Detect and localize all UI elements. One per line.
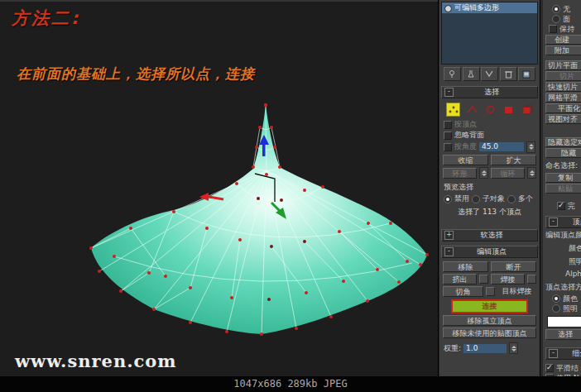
edit-vertex-colors-label: 编辑顶点颜 <box>545 228 581 241</box>
chamfer-settings-button[interactable] <box>486 287 495 296</box>
weld-settings-button[interactable] <box>527 275 536 284</box>
watermark: www.snren.com <box>15 351 177 371</box>
rollout-title: 编辑顶点 <box>456 246 537 257</box>
vertex-color-swatch[interactable] <box>547 316 581 327</box>
preview-selection-label: 预览选择 <box>439 180 540 194</box>
loop-button[interactable]: 循环 <box>491 168 525 179</box>
grow-button[interactable]: 扩大 <box>491 155 536 165</box>
preview-multi-radio[interactable] <box>507 195 516 203</box>
angle-value-field[interactable]: 45.0 <box>479 142 524 151</box>
named-selections-label: 命名选择: <box>545 159 581 172</box>
configure-modifier-sets-icon[interactable] <box>518 67 535 81</box>
collapse-icon[interactable]: - <box>444 88 454 97</box>
ignore-backfacing-label: 忽略背面 <box>454 130 484 141</box>
weight-spinner[interactable] <box>509 342 518 354</box>
by-angle-row: 按角度 45.0 <box>439 141 540 153</box>
image-info-caption: 1047x686 289kb JPEG <box>0 376 581 392</box>
hide-selected-button[interactable]: 隐藏选定对 <box>545 137 581 147</box>
gizmo-z-arrow[interactable] <box>262 144 266 156</box>
constraint-face-radio[interactable] <box>552 15 560 23</box>
by-angle-checkbox[interactable] <box>444 143 452 151</box>
copy-button[interactable]: 复制 <box>545 173 581 183</box>
by-vertex-label: 按顶点 <box>454 119 477 130</box>
make-planar-button[interactable]: 平面化 <box>545 103 581 113</box>
screenshot-root: 方法二: 在前面的基础上，选择所以点，连接 <box>0 0 581 392</box>
preserve-row: 保持 <box>545 24 581 34</box>
rollout-edit-vertices-header[interactable]: - 编辑顶点 <box>441 246 538 258</box>
preview-subobj-radio[interactable] <box>472 195 480 203</box>
illumination-label: 照明 <box>545 255 581 268</box>
subobject-level-row <box>439 98 540 119</box>
preserve-checkbox[interactable] <box>549 25 557 33</box>
full-interactive-checkbox[interactable] <box>557 202 565 210</box>
paste-button[interactable]: 粘贴 <box>545 184 581 194</box>
rollout-vertex-properties-header[interactable]: - 顶点属性 <box>545 216 581 228</box>
collapse-icon[interactable]: - <box>549 349 558 358</box>
chamfer-button[interactable]: 切角 <box>443 286 483 297</box>
preserve-label: 保持 <box>559 24 574 35</box>
view-align-button[interactable]: 视图对齐 <box>545 114 581 124</box>
quick-slice-button[interactable]: 快速切片 <box>545 82 581 92</box>
select-by-illumination-row: 照明 <box>545 304 581 313</box>
ring-spinner[interactable] <box>479 167 488 179</box>
constraint-face-row: 面 <box>545 14 581 24</box>
border-subobject-icon[interactable] <box>483 103 497 117</box>
polygon-subobject-icon[interactable] <box>502 103 516 117</box>
smooth-result-checkbox[interactable] <box>545 364 554 372</box>
modifier-bulb-icon <box>444 5 452 12</box>
show-end-result-icon[interactable] <box>463 67 480 81</box>
constraint-none-row: 无 <box>545 4 581 14</box>
constraint-none-radio[interactable] <box>552 5 560 13</box>
make-unique-icon[interactable] <box>481 67 498 81</box>
rollout-title: 软选择 <box>456 230 537 241</box>
ring-button[interactable]: 环形 <box>443 168 477 179</box>
collapse-icon[interactable]: - <box>444 247 454 256</box>
remove-isolated-vertices-button[interactable]: 移除孤立顶点 <box>443 315 536 326</box>
create-button[interactable]: 创建 <box>545 35 581 45</box>
modifier-stack-list[interactable]: 可编辑多边形 <box>441 2 538 65</box>
remove-modifier-icon[interactable] <box>500 67 517 81</box>
ignore-backfacing-checkbox[interactable] <box>444 131 452 140</box>
extrude-settings-button[interactable] <box>479 275 488 284</box>
rollout-soft-selection-header[interactable]: + 软选择 <box>441 229 538 241</box>
weight-row: 权重: 1.0 <box>439 342 540 355</box>
connect-button-highlighted[interactable]: 连接 <box>451 299 528 313</box>
vertex-subobject-icon[interactable] <box>446 103 460 117</box>
loop-spinner[interactable] <box>527 167 536 179</box>
collapse-icon[interactable]: - <box>549 218 558 227</box>
unhide-button[interactable]: 隐藏 <box>545 148 581 158</box>
editable-poly-mesh[interactable] <box>83 94 435 342</box>
modifier-stack-selected-row[interactable]: 可编辑多边形 <box>442 2 537 13</box>
weight-value-field[interactable]: 1.0 <box>463 344 507 353</box>
extrude-button[interactable]: 挤出 <box>443 274 477 284</box>
break-button[interactable]: 断开 <box>491 261 536 272</box>
rollout-subdivision-header[interactable]: - 细分曲面 <box>545 347 581 360</box>
shrink-button[interactable]: 收缩 <box>443 155 488 165</box>
weld-button[interactable]: 焊接 <box>491 274 525 284</box>
edge-subobject-icon[interactable] <box>464 103 478 117</box>
element-subobject-icon[interactable] <box>521 103 535 117</box>
pin-stack-icon[interactable] <box>444 67 461 81</box>
select-vertices-by-label: 顶点选择方 <box>545 279 581 294</box>
rollout-selection-header[interactable]: - 选择 <box>441 86 538 98</box>
mesh-surface[interactable] <box>91 105 427 334</box>
attach-button[interactable]: 附加 <box>545 45 581 55</box>
remove-unused-map-verts-button[interactable]: 移除未使用的贴图顶点 <box>443 327 536 338</box>
selection-status-text: 选择了 113 个顶点 <box>439 204 540 219</box>
slice-plane-button[interactable]: 切片平面 <box>545 60 581 70</box>
select-by-color-radio[interactable] <box>552 294 560 303</box>
preview-subobj-label: 子对象 <box>483 194 505 204</box>
viewport[interactable]: 方法二: 在前面的基础上，选择所以点，连接 <box>0 0 438 376</box>
smooth-result-row: 平滑结 <box>545 363 581 373</box>
target-weld-button[interactable]: 目标焊接 <box>497 286 536 297</box>
slice-button[interactable]: 切片 <box>545 71 581 81</box>
select-by-illumination-radio[interactable] <box>552 304 560 313</box>
by-vertex-checkbox[interactable] <box>444 121 452 129</box>
select-vertices-button[interactable]: 选择 <box>545 329 581 340</box>
preview-off-radio[interactable] <box>444 195 452 203</box>
msmooth-button[interactable]: 网格平滑 <box>545 93 581 103</box>
annotation-instruction: 在前面的基础上，选择所以点，连接 <box>17 65 255 84</box>
angle-spinner[interactable] <box>526 141 535 153</box>
expand-icon[interactable]: + <box>444 231 454 240</box>
remove-button[interactable]: 移除 <box>443 261 488 272</box>
